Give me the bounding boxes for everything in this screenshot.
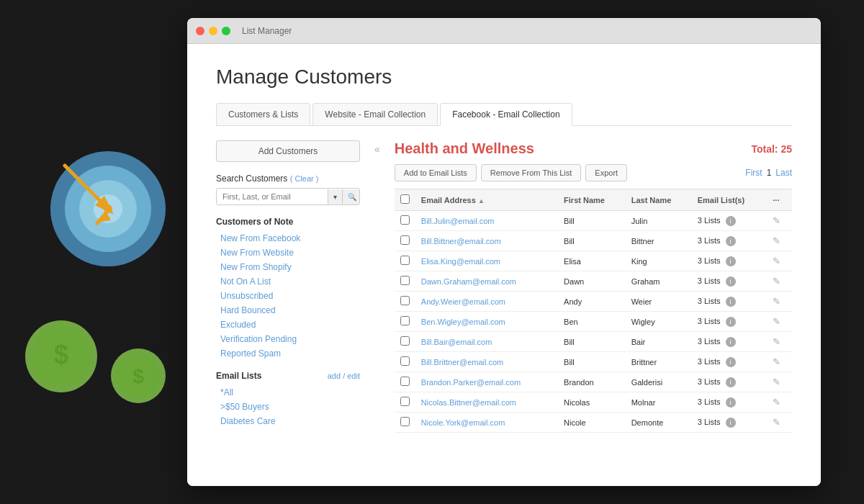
info-icon[interactable]: i	[726, 317, 736, 327]
sidebar-link-not-on-list[interactable]: Not On A List	[216, 274, 360, 289]
info-icon[interactable]: i	[726, 216, 736, 226]
row-email: Nicole.York@email.com	[415, 413, 558, 433]
info-icon[interactable]: i	[726, 397, 736, 408]
pagination-first[interactable]: First	[745, 168, 762, 178]
row-checkbox-cell	[395, 352, 415, 372]
row-email-lists: 3 Lists i	[692, 352, 768, 372]
row-last-name: Julin	[626, 211, 692, 231]
export-btn[interactable]: Export	[585, 164, 627, 181]
remove-from-list-btn[interactable]: Remove From This List	[481, 164, 582, 181]
search-text: Search Customers	[216, 174, 287, 184]
email-link[interactable]: Bill.Bair@email.com	[421, 338, 492, 346]
row-last-name: King	[626, 251, 692, 271]
close-traffic-light[interactable]	[196, 27, 204, 35]
tab-customers-lists[interactable]: Customers & Lists	[216, 103, 310, 125]
email-link[interactable]: Elisa.King@email.com	[421, 257, 500, 266]
email-list-50buyers[interactable]: >$50 Buyers	[216, 400, 360, 414]
maximize-traffic-light[interactable]	[222, 27, 230, 35]
sidebar-link-verification-pending[interactable]: Verification Pending	[216, 332, 360, 346]
info-icon[interactable]: i	[726, 236, 736, 246]
table-body: Bill.Julin@email.com Bill Julin 3 Lists …	[395, 211, 792, 433]
row-checkbox[interactable]	[400, 356, 410, 366]
edit-icon[interactable]: ✎	[773, 397, 780, 408]
row-checkbox[interactable]	[400, 296, 410, 305]
tab-facebook-email[interactable]: Facebook - Email Collection	[440, 103, 572, 126]
th-more[interactable]: ···	[767, 189, 792, 211]
email-lists-action[interactable]: add / edit	[328, 372, 360, 380]
row-checkbox[interactable]	[400, 235, 410, 245]
email-link[interactable]: Andy.Weier@email.com	[421, 297, 505, 306]
row-checkbox[interactable]	[400, 276, 410, 285]
edit-icon[interactable]: ✎	[773, 336, 780, 347]
table-row: Elisa.King@email.com Elisa King 3 Lists …	[395, 251, 792, 271]
row-checkbox[interactable]	[400, 377, 410, 386]
browser-titlebar: List Manager	[187, 18, 821, 44]
edit-icon[interactable]: ✎	[773, 417, 780, 428]
row-checkbox[interactable]	[400, 215, 410, 225]
edit-icon[interactable]: ✎	[773, 377, 780, 387]
row-email-lists: 3 Lists i	[692, 312, 768, 332]
edit-icon[interactable]: ✎	[773, 235, 780, 246]
info-icon[interactable]: i	[726, 256, 736, 266]
email-link[interactable]: Nicolas.Bittner@email.com	[421, 398, 516, 407]
collapse-toggle[interactable]: «	[374, 140, 380, 433]
info-icon[interactable]: i	[726, 357, 736, 367]
email-link[interactable]: Brandon.Parker@email.com	[421, 378, 521, 387]
sidebar-link-new-website[interactable]: New From Website	[216, 246, 360, 260]
sidebar-link-excluded[interactable]: Excluded	[216, 318, 360, 332]
email-list-diabetes[interactable]: Diabetes Care	[216, 414, 360, 428]
row-checkbox[interactable]	[400, 417, 410, 426]
select-all-checkbox[interactable]	[400, 194, 410, 204]
row-checkbox[interactable]	[400, 397, 410, 406]
info-icon[interactable]: i	[726, 297, 736, 307]
sidebar: Add Customers Search Customers ( Clear )…	[216, 140, 360, 433]
svg-point-8	[104, 204, 112, 213]
sidebar-link-hard-bounced[interactable]: Hard Bounced	[216, 303, 360, 318]
search-clear-link[interactable]: ( Clear )	[290, 174, 319, 183]
svg-point-2	[79, 180, 137, 238]
email-link[interactable]: Dawn.Graham@email.com	[421, 277, 516, 286]
th-email[interactable]: Email Address ▲	[415, 189, 558, 211]
row-last-name: Galderisi	[626, 372, 692, 392]
search-submit-btn[interactable]: 🔍	[342, 189, 360, 204]
email-link[interactable]: Ben.Wigley@email.com	[421, 318, 505, 326]
email-list-all[interactable]: *All	[216, 385, 360, 400]
email-link[interactable]: Bill.Brittner@email.com	[421, 358, 503, 366]
table-row: Andy.Weier@email.com Andy Weier 3 Lists …	[395, 292, 792, 312]
row-last-name: Brittner	[626, 352, 692, 372]
sidebar-link-unsubscribed[interactable]: Unsubscribed	[216, 289, 360, 303]
info-icon[interactable]: i	[726, 418, 736, 428]
info-icon[interactable]: i	[726, 337, 736, 347]
search-dropdown-btn[interactable]: ▾	[328, 189, 342, 204]
info-icon[interactable]: i	[726, 377, 736, 387]
row-first-name: Ben	[558, 312, 626, 332]
tab-website-email[interactable]: Website - Email Collection	[312, 103, 438, 125]
add-customers-button[interactable]: Add Customers	[216, 140, 360, 162]
collapse-icon[interactable]: «	[374, 143, 380, 155]
email-link[interactable]: Nicole.York@email.com	[421, 418, 505, 427]
add-to-email-lists-btn[interactable]: Add to Email Lists	[395, 164, 477, 181]
row-email: Bill.Brittner@email.com	[415, 352, 558, 372]
total-count: 25	[780, 143, 792, 155]
email-link[interactable]: Bill.Julin@email.com	[421, 217, 495, 225]
sidebar-link-new-shopify[interactable]: New From Shopify	[216, 260, 360, 274]
row-checkbox[interactable]	[400, 256, 410, 265]
sidebar-link-new-facebook[interactable]: New From Facebook	[216, 231, 360, 246]
row-email: Elisa.King@email.com	[415, 251, 558, 271]
edit-icon[interactable]: ✎	[773, 296, 780, 307]
pagination-last[interactable]: Last	[775, 168, 792, 178]
edit-icon[interactable]: ✎	[773, 316, 780, 327]
search-input[interactable]	[217, 189, 328, 204]
edit-icon[interactable]: ✎	[773, 356, 780, 367]
minimize-traffic-light[interactable]	[209, 27, 217, 35]
sidebar-link-reported-spam[interactable]: Reported Spam	[216, 346, 360, 361]
email-link[interactable]: Bill.Bittner@email.com	[421, 237, 501, 246]
edit-icon[interactable]: ✎	[773, 256, 780, 266]
table-row: Nicolas.Bittner@email.com Nicolas Molnar…	[395, 392, 792, 413]
edit-icon[interactable]: ✎	[773, 276, 780, 287]
edit-icon[interactable]: ✎	[773, 215, 780, 226]
row-checkbox[interactable]	[400, 316, 410, 325]
info-icon[interactable]: i	[726, 276, 736, 287]
row-checkbox[interactable]	[400, 336, 410, 346]
row-first-name: Dawn	[558, 271, 626, 292]
